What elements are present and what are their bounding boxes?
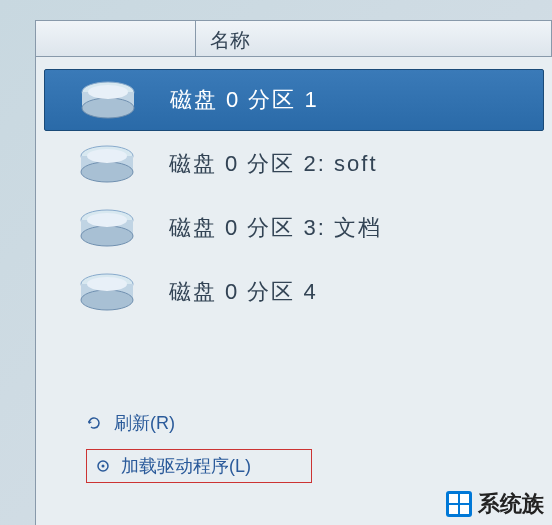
- action-links: 刷新(R) 加载驱动程序(L): [86, 411, 312, 483]
- header-icon-col: [36, 21, 196, 56]
- refresh-label: 刷新(R): [114, 411, 175, 435]
- watermark: 系统族: [446, 489, 544, 519]
- refresh-link[interactable]: 刷新(R): [86, 411, 312, 435]
- drive-icon: [64, 272, 149, 312]
- partition-label: 磁盘 0 分区 2: soft: [169, 149, 378, 179]
- drive-icon: [64, 208, 149, 248]
- partition-row[interactable]: 磁盘 0 分区 3: 文档: [44, 197, 544, 259]
- partition-label: 磁盘 0 分区 1: [170, 85, 319, 115]
- partition-row[interactable]: 磁盘 0 分区 1: [44, 69, 544, 131]
- svg-point-2: [82, 98, 134, 118]
- refresh-icon: [86, 415, 106, 431]
- svg-point-11: [87, 213, 127, 227]
- svg-point-3: [88, 85, 128, 99]
- drive-icon: [64, 144, 149, 184]
- windows-logo-icon: [446, 491, 472, 517]
- partition-list: 磁盘 0 分区 1 磁盘 0 分区 2: soft: [36, 57, 552, 335]
- partition-list-window: 名称 磁盘 0 分区 1: [35, 20, 552, 525]
- load-driver-icon: [93, 458, 113, 474]
- partition-label: 磁盘 0 分区 3: 文档: [169, 213, 382, 243]
- partition-row[interactable]: 磁盘 0 分区 2: soft: [44, 133, 544, 195]
- svg-point-15: [87, 277, 127, 291]
- svg-point-10: [81, 226, 133, 246]
- load-driver-label: 加载驱动程序(L): [121, 454, 251, 478]
- svg-point-6: [81, 162, 133, 182]
- svg-point-14: [81, 290, 133, 310]
- partition-row[interactable]: 磁盘 0 分区 4: [44, 261, 544, 323]
- header-name-col[interactable]: 名称: [196, 21, 552, 56]
- partition-label: 磁盘 0 分区 4: [169, 277, 318, 307]
- watermark-text: 系统族: [478, 489, 544, 519]
- load-driver-link[interactable]: 加载驱动程序(L): [86, 449, 312, 483]
- list-header: 名称: [36, 21, 552, 57]
- svg-point-7: [87, 149, 127, 163]
- svg-point-17: [102, 465, 105, 468]
- drive-icon: [65, 80, 150, 120]
